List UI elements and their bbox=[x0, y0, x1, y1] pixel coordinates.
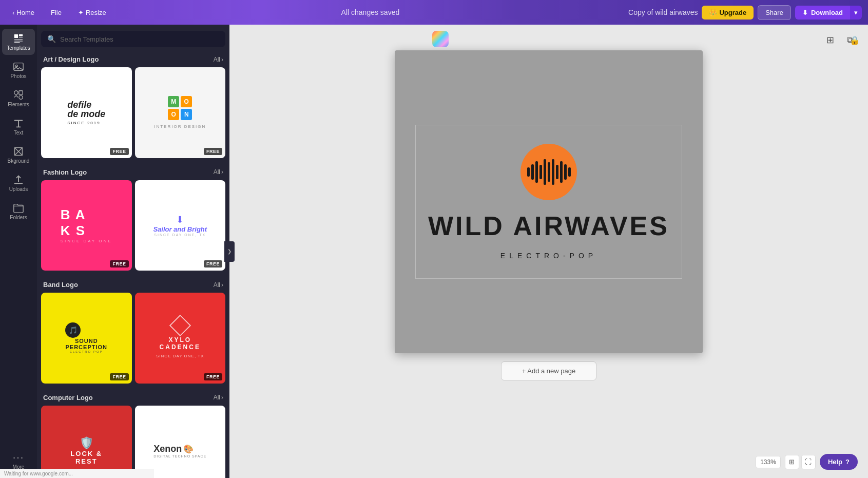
background-icon bbox=[13, 146, 24, 157]
template-card-sailor[interactable]: ⬇ Sailor and Bright SINCE DAY ONE, TX FR… bbox=[135, 180, 226, 271]
svg-rect-2 bbox=[19, 37, 23, 38]
canva-logo bbox=[432, 31, 449, 47]
svg-rect-0 bbox=[14, 34, 18, 38]
category-header-fashion: Fashion Logo All › bbox=[41, 168, 225, 176]
category-header-computer: Computer Logo All › bbox=[41, 394, 225, 401]
file-button[interactable]: File bbox=[45, 6, 68, 20]
sidebar-item-templates[interactable]: Templates bbox=[2, 29, 35, 55]
grid-view-button[interactable]: ⊞ bbox=[785, 455, 799, 469]
category-title-fashion: Fashion Logo bbox=[43, 168, 87, 176]
fullscreen-button[interactable]: ⛶ bbox=[801, 455, 816, 469]
templates-panel: 🔍 Art / Design Logo All › defile de mode bbox=[37, 25, 229, 478]
computer-grid: 🛡️ LOCK &REST FREE Xenon 🎨 DIGIT bbox=[41, 406, 225, 479]
free-badge: FREE bbox=[110, 373, 128, 380]
share-button[interactable]: Share bbox=[758, 5, 791, 20]
free-badge: FREE bbox=[110, 148, 128, 155]
fashion-grid: B A K S SINCE DAY ONE FREE ⬇ Sailor and … bbox=[41, 180, 225, 271]
help-button[interactable]: Help ? bbox=[820, 454, 858, 470]
svg-rect-1 bbox=[19, 34, 23, 36]
free-badge: FREE bbox=[204, 260, 222, 267]
more-dots-icon: ··· bbox=[13, 451, 25, 463]
zoom-level: 133% bbox=[756, 456, 781, 468]
free-badge: FREE bbox=[110, 260, 128, 267]
svg-point-8 bbox=[14, 91, 18, 94]
sidebar-label-elements: Elements bbox=[8, 102, 29, 107]
category-all-art[interactable]: All › bbox=[214, 56, 223, 63]
sidebar-item-folders[interactable]: Folders bbox=[2, 198, 35, 224]
text-icon bbox=[13, 118, 24, 129]
brand-subtitle: ELECTRO-POP bbox=[500, 252, 597, 260]
canvas-area: ⊞ ⧉ 🔒 bbox=[229, 25, 868, 478]
download-icon: ⬇ bbox=[802, 9, 808, 16]
svg-rect-4 bbox=[14, 41, 23, 42]
free-badge: FREE bbox=[204, 148, 222, 155]
chevron-down-icon: ▾ bbox=[854, 9, 858, 16]
waveform-logo bbox=[520, 144, 577, 200]
panel-collapse-handle[interactable]: ❯ bbox=[224, 241, 235, 262]
search-input[interactable] bbox=[60, 35, 219, 43]
canvas-bottom-bar: 133% ⊞ ⛶ Help ? bbox=[756, 454, 858, 470]
add-page-button[interactable]: + Add a new page bbox=[501, 361, 596, 380]
waveform-bars bbox=[527, 159, 571, 185]
template-card-xenon[interactable]: Xenon 🎨 DIGITAL TECHNO SPACE FREE bbox=[135, 406, 226, 479]
template-card-xylo[interactable]: XYLOCADENCE SINCE DAY ONE, TX FREE bbox=[135, 293, 226, 384]
nav-right-actions: Copy of wild airwaves 👑 Upgrade Share ⬇ … bbox=[628, 5, 862, 20]
main-layout: Templates Photos Elements Text Bkground … bbox=[0, 25, 868, 478]
download-button[interactable]: ⬇ Download bbox=[795, 6, 850, 20]
icon-sidebar: Templates Photos Elements Text Bkground … bbox=[0, 25, 37, 478]
template-card-baks[interactable]: B A K S SINCE DAY ONE FREE bbox=[41, 180, 132, 271]
template-card-moon[interactable]: M O O N INTERIOR DESIGN FREE bbox=[135, 67, 226, 158]
category-title-art: Art / Design Logo bbox=[43, 55, 99, 63]
download-group: ⬇ Download ▾ bbox=[795, 6, 862, 20]
sidebar-label-photos: Photos bbox=[10, 73, 26, 79]
status-bar: Waiting for www.google.com... bbox=[0, 469, 154, 478]
sidebar-label-background: Bkground bbox=[8, 158, 30, 164]
template-card-defile[interactable]: defile de mode SINCE 2019 FREE bbox=[41, 67, 132, 158]
canvas-lock-button[interactable]: 🔒 bbox=[846, 32, 863, 48]
category-title-computer: Computer Logo bbox=[43, 394, 93, 401]
templates-panel-wrapper: 🔍 Art / Design Logo All › defile de mode bbox=[37, 25, 229, 478]
top-navigation: ‹ Home File ✦ Resize All changes saved C… bbox=[0, 0, 868, 25]
sidebar-item-elements[interactable]: Elements bbox=[2, 85, 35, 111]
brand-title: WILD AIRWAVES bbox=[428, 211, 669, 241]
sidebar-item-uploads[interactable]: Uploads bbox=[2, 170, 35, 196]
svg-point-7 bbox=[16, 65, 18, 67]
canvas-grid-view-button[interactable]: ⊞ bbox=[822, 32, 838, 48]
document-title: Copy of wild airwaves bbox=[628, 8, 698, 16]
canvas-inner-border: WILD AIRWAVES ELECTRO-POP bbox=[415, 125, 682, 279]
download-dropdown-button[interactable]: ▾ bbox=[850, 6, 862, 20]
search-bar: 🔍 bbox=[41, 31, 225, 47]
view-buttons: ⊞ ⛶ bbox=[785, 455, 816, 469]
sidebar-item-text[interactable]: Text bbox=[2, 113, 35, 140]
category-all-band[interactable]: All › bbox=[214, 281, 223, 289]
category-header-band: Band Logo All › bbox=[41, 281, 225, 289]
home-button[interactable]: ‹ Home bbox=[6, 6, 41, 20]
category-all-computer[interactable]: All › bbox=[214, 394, 223, 401]
svg-rect-3 bbox=[14, 40, 23, 40]
chevron-left-icon: ‹ bbox=[12, 9, 14, 16]
upgrade-button[interactable]: 👑 Upgrade bbox=[702, 6, 754, 20]
sidebar-label-templates: Templates bbox=[7, 45, 30, 51]
category-title-band: Band Logo bbox=[43, 281, 78, 289]
uploads-icon bbox=[13, 174, 24, 185]
resize-button[interactable]: ✦ Resize bbox=[72, 6, 112, 20]
save-status: All changes saved bbox=[117, 8, 624, 16]
crown-icon: 👑 bbox=[709, 9, 717, 16]
folders-icon bbox=[13, 202, 24, 214]
art-design-grid: defile de mode SINCE 2019 FREE M O O N bbox=[41, 67, 225, 158]
chevron-right-icon: › bbox=[221, 394, 223, 401]
sidebar-item-background[interactable]: Bkground bbox=[2, 142, 35, 168]
sidebar-item-photos[interactable]: Photos bbox=[2, 57, 35, 83]
design-canvas[interactable]: WILD AIRWAVES ELECTRO-POP bbox=[395, 50, 703, 353]
template-card-sound[interactable]: 🎵 SOUNDPERCEPTION ELECTRO POP FREE bbox=[41, 293, 132, 384]
photos-icon bbox=[13, 61, 24, 72]
template-card-lock[interactable]: 🛡️ LOCK &REST FREE bbox=[41, 406, 132, 479]
band-grid: 🎵 SOUNDPERCEPTION ELECTRO POP FREE XYLOC… bbox=[41, 293, 225, 384]
category-all-fashion[interactable]: All › bbox=[214, 168, 223, 176]
svg-rect-5 bbox=[14, 42, 20, 43]
elements-icon bbox=[13, 89, 24, 101]
category-header-art-design: Art / Design Logo All › bbox=[41, 55, 225, 63]
resize-icon: ✦ bbox=[78, 9, 84, 16]
templates-icon bbox=[13, 33, 24, 44]
svg-rect-9 bbox=[19, 91, 23, 94]
